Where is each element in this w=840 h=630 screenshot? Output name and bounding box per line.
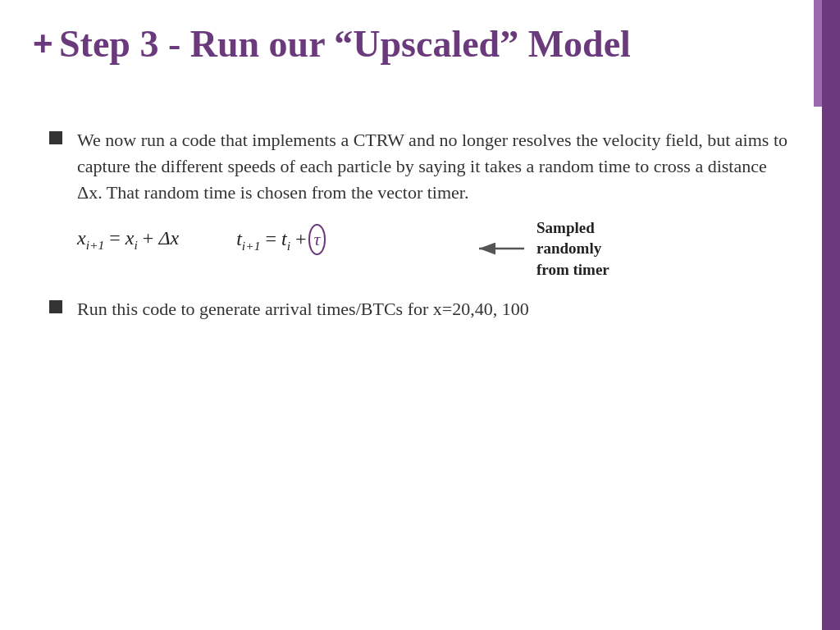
math-container: xi+1 = xi + Δx ti+1 = ti +τ [77, 224, 795, 255]
arrow-icon [471, 232, 528, 265]
bullet-text-2: Run this code to generate arrival times/… [77, 296, 529, 322]
bullet-text-1: We now run a code that implements a CTRW… [77, 127, 795, 255]
bullet-square-1 [49, 131, 62, 144]
tau-circled: τ [308, 224, 326, 255]
accent-bar-light [814, 0, 822, 107]
bullet-square-2 [49, 300, 62, 313]
annotation-line3: from timer [536, 261, 609, 278]
plus-sign: + [33, 26, 53, 61]
annotation-text: Sampled randomly from timer [536, 217, 609, 281]
equation-1: xi+1 = xi + Δx [77, 224, 179, 254]
accent-bar-dark [822, 0, 840, 630]
bullet-item-1: We now run a code that implements a CTRW… [49, 127, 795, 255]
slide: + Step 3 - Run our “Upscaled” Model We n… [0, 0, 840, 630]
annotation-line2: randomly [536, 240, 601, 257]
bullet-item-2: Run this code to generate arrival times/… [49, 296, 795, 322]
annotation-line1: Sampled [536, 219, 595, 236]
slide-title: Step 3 - Run our “Upscaled” Model [59, 23, 799, 66]
arrow-annotation: Sampled randomly from timer [471, 217, 609, 281]
equation-2: ti+1 = ti +τ [236, 224, 326, 255]
content-area: We now run a code that implements a CTRW… [49, 127, 795, 347]
